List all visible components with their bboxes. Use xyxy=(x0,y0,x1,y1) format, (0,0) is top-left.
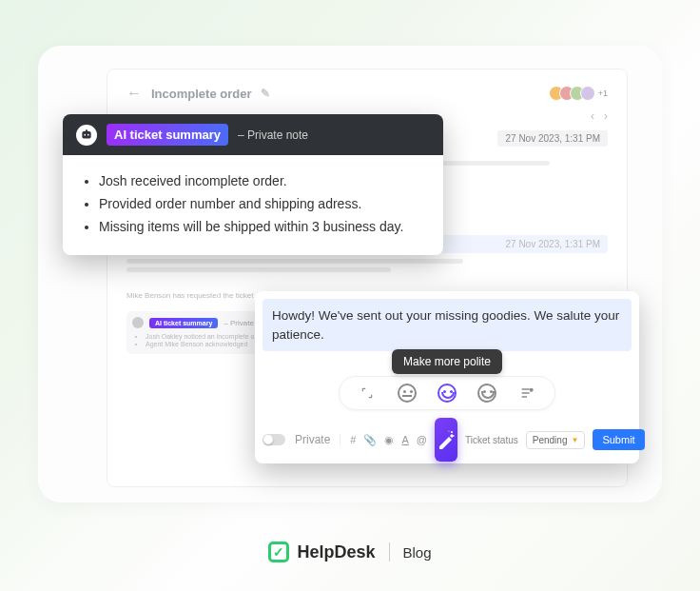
svg-point-3 xyxy=(448,431,449,432)
ai-summary-badge: AI ticket summary xyxy=(107,124,228,146)
svg-point-2 xyxy=(453,435,455,437)
ai-summary-card: AI ticket summary – Private note Josh re… xyxy=(63,114,443,255)
svg-point-0 xyxy=(530,388,533,391)
ticket-title: Incomplete order xyxy=(151,87,251,101)
message-timestamp: 27 Nov 2023, 1:31 PM xyxy=(497,130,608,147)
avatar-stack[interactable]: +1 xyxy=(554,86,608,101)
prev-icon[interactable]: ‹ xyxy=(591,109,594,123)
composer-footer: Private # 📎 ◉ A @ Ticket status Pending … xyxy=(262,424,632,456)
composer-text[interactable]: Howdy! We've sent out your missing goodi… xyxy=(262,299,632,351)
check-icon: ✓ xyxy=(268,542,289,562)
ticket-status-select[interactable]: Pending ▼ xyxy=(526,431,586,449)
ai-badge: AI ticket summary xyxy=(149,318,218,328)
ticket-status-label: Ticket status xyxy=(465,435,518,445)
tone-settings-icon[interactable] xyxy=(516,383,537,404)
ai-summary-header: AI ticket summary – Private note xyxy=(63,114,443,155)
font-color-icon[interactable]: A xyxy=(401,434,408,446)
tone-polite-button[interactable] xyxy=(437,383,457,404)
private-note-label: – Private note xyxy=(238,128,308,142)
avatar xyxy=(580,86,595,101)
private-toggle-label: Private xyxy=(295,433,330,446)
expand-icon[interactable] xyxy=(357,383,378,404)
brand-logo[interactable]: ✓ HelpDesk xyxy=(268,542,375,562)
private-toggle[interactable] xyxy=(262,434,285,445)
summary-bullet: Provided order number and shipping adres… xyxy=(99,194,424,214)
message-timestamp: 27 Nov 2023, 1:31 PM xyxy=(505,239,600,249)
mention-icon[interactable]: @ xyxy=(417,434,427,446)
svg-point-1 xyxy=(451,431,453,433)
hash-icon[interactable]: # xyxy=(350,434,356,446)
ai-summary-body: Josh received incomplete order. Provided… xyxy=(63,155,443,255)
chevron-down-icon: ▼ xyxy=(571,436,578,444)
robot-icon xyxy=(132,317,144,328)
reply-composer: Howdy! We've sent out your missing goodi… xyxy=(255,291,639,463)
tone-friendly-button[interactable] xyxy=(476,383,497,404)
tone-neutral-button[interactable] xyxy=(397,383,418,404)
tone-tooltip: Make more polite xyxy=(392,349,502,374)
brand-section[interactable]: Blog xyxy=(403,544,432,561)
brand-footer: ✓ HelpDesk Blog xyxy=(0,542,700,562)
next-icon[interactable]: › xyxy=(604,109,608,123)
summary-bullet: Missing items will be shipped within 3 b… xyxy=(99,217,424,237)
back-icon[interactable]: ← xyxy=(126,85,142,102)
avatar-extra-count: +1 xyxy=(598,89,608,98)
ticket-header: ← Incomplete order ✎ +1 xyxy=(126,85,608,102)
tone-bar xyxy=(262,376,632,410)
robot-icon xyxy=(76,125,97,146)
attachment-icon[interactable]: 📎 xyxy=(363,434,377,446)
brand-name: HelpDesk xyxy=(297,542,375,562)
format-toolbar: # 📎 ◉ A @ xyxy=(340,434,427,446)
summary-bullet: Josh received incomplete order. xyxy=(99,171,424,191)
edit-icon[interactable]: ✎ xyxy=(261,87,270,100)
submit-button[interactable]: Submit xyxy=(593,429,644,450)
ai-magic-button[interactable] xyxy=(435,418,457,462)
divider xyxy=(389,542,390,561)
ticket-status-value: Pending xyxy=(533,435,568,445)
record-icon[interactable]: ◉ xyxy=(384,434,394,446)
